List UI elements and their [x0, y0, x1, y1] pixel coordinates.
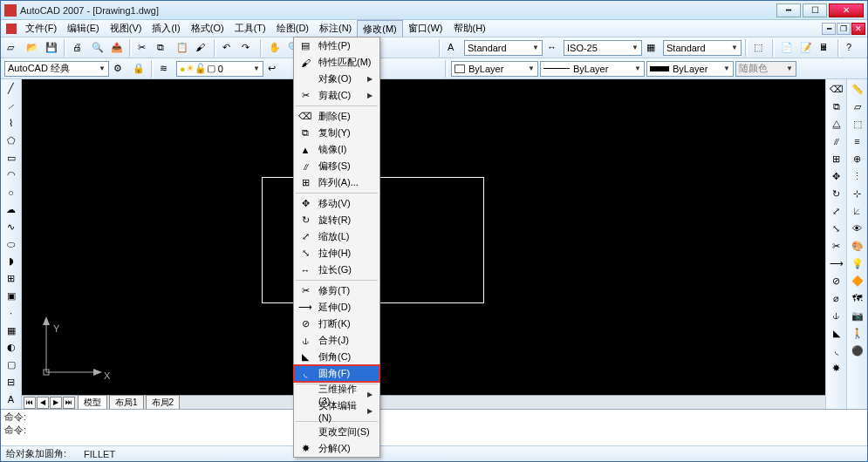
workspace-settings-button[interactable]: ⚙: [111, 60, 128, 78]
cut-button[interactable]: ✂: [135, 39, 153, 57]
region-tool[interactable]: ▢: [3, 357, 20, 373]
array-tool[interactable]: ⊞: [828, 151, 845, 166]
point-tool[interactable]: ·: [3, 305, 20, 321]
plot-button[interactable]: 🖨: [70, 39, 87, 57]
menu-item-scale[interactable]: ⤢缩放(L): [294, 228, 379, 245]
menu-view[interactable]: 视图(V): [105, 20, 147, 37]
line-tool[interactable]: ╱: [3, 81, 20, 97]
menu-item-props[interactable]: ▤特性(P): [294, 37, 379, 54]
explode-tool[interactable]: ✸: [828, 360, 845, 376]
preview-button[interactable]: 🔍: [89, 39, 106, 57]
table-tool[interactable]: ⊟: [3, 375, 20, 391]
circle-tool[interactable]: ○: [3, 185, 20, 200]
textstyle-combo[interactable]: Standard▼: [464, 40, 543, 56]
menu-item-fillet[interactable]: ◟圆角(F): [294, 365, 379, 382]
polygon-tool[interactable]: ⬠: [3, 132, 20, 148]
pan-button[interactable]: ✋: [266, 39, 284, 57]
erase-tool[interactable]: ⌫: [828, 81, 845, 97]
qcalc-button[interactable]: 🖩: [817, 39, 834, 57]
misc-tool[interactable]: ⚫: [849, 343, 866, 358]
extend-tool[interactable]: ⟶: [828, 255, 845, 271]
chamfer-tool[interactable]: ◣: [828, 325, 845, 341]
mdi-close-button[interactable]: ✕: [851, 23, 865, 35]
material-tool[interactable]: 🔶: [849, 273, 866, 289]
light-tool[interactable]: 💡: [849, 255, 866, 271]
copy-button[interactable]: ⧉: [154, 39, 172, 57]
close-button[interactable]: ✕: [829, 3, 864, 17]
linetype-combo[interactable]: ByLayer▼: [540, 61, 645, 77]
divide-tool[interactable]: ⋮: [849, 168, 866, 184]
menu-item-match[interactable]: 🖌特性匹配(M): [294, 54, 379, 71]
menu-item-erase[interactable]: ⌫删除(E): [294, 108, 379, 125]
layer-props-button[interactable]: ≋: [157, 60, 174, 78]
menu-item-实体编辑(N)[interactable]: 实体编辑(N)▶: [294, 403, 379, 419]
menu-window[interactable]: 窗口(W): [403, 20, 448, 37]
dimstyle-button[interactable]: ↔: [544, 39, 562, 57]
maximize-button[interactable]: ☐: [803, 3, 827, 17]
menu-item-join[interactable]: ⫝合并(J): [294, 332, 379, 349]
drawing-canvas[interactable]: Y X: [22, 79, 825, 395]
id-tool[interactable]: ⊕: [849, 151, 866, 166]
sheetset-button[interactable]: 📄: [778, 39, 796, 57]
menu-item-stretch[interactable]: ⤡拉伸(H): [294, 245, 379, 262]
mtext-tool[interactable]: A: [3, 391, 20, 407]
help-button[interactable]: ?: [844, 39, 861, 57]
view-tool[interactable]: 👁: [849, 221, 866, 236]
undo-button[interactable]: ↶: [220, 39, 237, 57]
menu-item-rotate[interactable]: ↻旋转(R): [294, 212, 379, 228]
rotate-tool[interactable]: ↻: [828, 186, 845, 201]
pline-tool[interactable]: ⌇: [3, 116, 20, 132]
paste-button[interactable]: 📋: [174, 39, 191, 57]
menu-help[interactable]: 帮助(H): [448, 20, 491, 37]
tablestyle-combo[interactable]: Standard▼: [663, 40, 742, 56]
hatch-tool[interactable]: ▦: [3, 323, 20, 338]
arc-tool[interactable]: ◠: [3, 167, 20, 183]
menu-item-move[interactable]: ✥移动(V): [294, 195, 379, 212]
publish-button[interactable]: 📤: [108, 39, 126, 57]
list-tool[interactable]: ≡: [849, 133, 866, 149]
block-button[interactable]: ⬚: [751, 39, 769, 57]
area-tool[interactable]: ▱: [849, 99, 866, 114]
dist-tool[interactable]: 📏: [849, 81, 866, 97]
menu-format[interactable]: 格式(O): [186, 20, 229, 37]
tab-layout2[interactable]: 布局2: [146, 395, 181, 410]
makeblock-tool[interactable]: ▣: [3, 289, 20, 304]
menu-item-explode[interactable]: ✸分解(X): [294, 440, 379, 457]
menu-item-offset[interactable]: ⫽偏移(S): [294, 158, 379, 174]
stretch-tool[interactable]: ⤡: [828, 221, 845, 236]
spline-tool[interactable]: ∿: [3, 219, 20, 234]
insert-tool[interactable]: ⊞: [3, 271, 20, 287]
break-tool[interactable]: ⌀: [828, 290, 845, 306]
menu-item-更改空间(S)[interactable]: 更改空间(S): [294, 424, 379, 440]
menu-dimension[interactable]: 标注(N): [314, 20, 357, 37]
gradient-tool[interactable]: ◐: [3, 340, 20, 356]
layer-prev-button[interactable]: ↩: [265, 60, 283, 78]
color-combo[interactable]: ByLayer▼: [451, 61, 538, 77]
menu-item-chamfer[interactable]: ◣倒角(C): [294, 349, 379, 365]
fillet-tool[interactable]: ◟: [828, 343, 845, 358]
measure-tool[interactable]: ⊹: [849, 186, 866, 201]
trim-tool[interactable]: ✂: [828, 238, 845, 254]
tab-last-button[interactable]: ⏭: [63, 397, 75, 409]
mirror-tool[interactable]: ⧋: [828, 116, 845, 132]
menu-item-clip[interactable]: ✂剪裁(C)▶: [294, 87, 379, 104]
mapping-tool[interactable]: 🗺: [849, 290, 866, 306]
tab-next-button[interactable]: ▶: [50, 397, 62, 409]
menu-file[interactable]: 文件(F): [20, 20, 62, 37]
lineweight-combo[interactable]: ByLayer▼: [646, 61, 734, 77]
scale-tool[interactable]: ⤢: [828, 203, 845, 219]
tablestyle-button[interactable]: ▦: [644, 39, 661, 57]
tab-layout1[interactable]: 布局1: [109, 395, 144, 410]
menu-item-对象(O)[interactable]: 对象(O)▶: [294, 71, 379, 87]
minimize-button[interactable]: ━: [776, 3, 801, 17]
camera-tool[interactable]: 📷: [849, 308, 866, 323]
workspace-lock-button[interactable]: 🔒: [130, 60, 147, 78]
region-tool2[interactable]: ⬚: [849, 116, 866, 132]
breakat-tool[interactable]: ⊘: [828, 273, 845, 289]
menu-item-mirror[interactable]: ▲镜像(I): [294, 141, 379, 158]
rectangle-tool[interactable]: ▭: [3, 150, 20, 166]
menu-draw[interactable]: 绘图(D): [271, 20, 314, 37]
menu-item-array[interactable]: ⊞阵列(A)...: [294, 174, 379, 191]
matchprop-button[interactable]: 🖌: [193, 39, 210, 57]
menu-item-lengthen[interactable]: ↔拉长(G): [294, 262, 379, 278]
